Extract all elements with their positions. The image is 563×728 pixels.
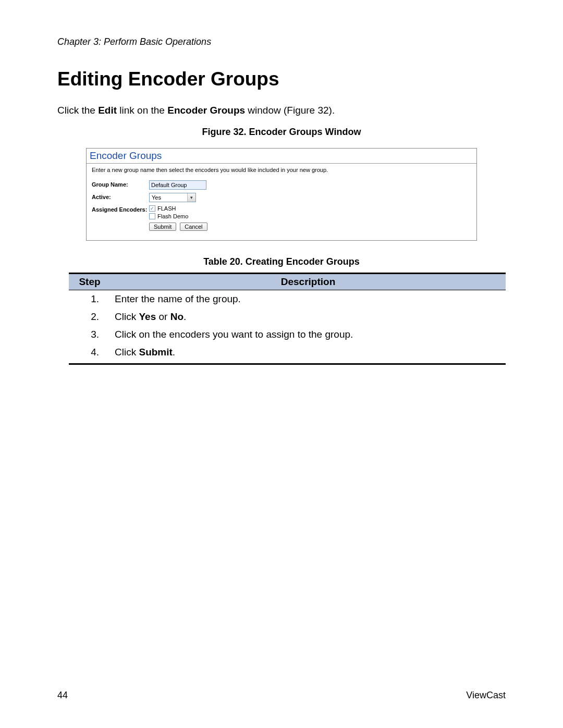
encoder-checkbox-flash-demo[interactable]	[149, 213, 155, 219]
page-number: 44	[57, 690, 68, 701]
desc-text: Enter the name of the group.	[115, 293, 241, 304]
step-desc: Click on the encoders you want to assign…	[111, 326, 506, 343]
figure-caption: Figure 32. Encoder Groups Window	[57, 127, 506, 138]
page-title: Editing Encoder Groups	[57, 68, 506, 90]
steps-table: Step Description 1. Enter the name of th…	[69, 273, 506, 365]
step-desc: Click Submit.	[111, 343, 506, 364]
intro-bold-edit: Edit	[98, 105, 117, 116]
table-caption: Table 20. Creating Encoder Groups	[57, 256, 506, 267]
chapter-header: Chapter 3: Perform Basic Operations	[57, 36, 506, 47]
step-desc: Enter the name of the group.	[111, 290, 506, 309]
intro-text-post: window (Figure 32).	[245, 105, 335, 116]
table-row: 3. Click on the encoders you want to ass…	[69, 326, 506, 343]
desc-bold: No	[170, 311, 183, 322]
group-name-label: Group Name:	[92, 180, 149, 188]
intro-bold-groups: Encoder Groups	[167, 105, 245, 116]
desc-text: .	[173, 347, 175, 357]
step-desc: Click Yes or No.	[111, 308, 506, 326]
desc-text: Click	[115, 311, 139, 322]
step-number: 2.	[69, 308, 111, 326]
table-header-step: Step	[69, 274, 111, 290]
active-select-value: Yes	[150, 194, 187, 201]
encoder-label: FLASH	[157, 205, 176, 212]
footer-brand: ViewCast	[466, 690, 506, 701]
screenshot-title: Encoder Groups	[87, 149, 476, 164]
table-row: 1. Enter the name of the group.	[69, 290, 506, 309]
encoder-checkbox-flash[interactable]	[149, 205, 155, 212]
cancel-button[interactable]: Cancel	[180, 223, 207, 231]
chevron-down-icon: ▾	[187, 193, 195, 202]
intro-paragraph: Click the Edit link on the Encoder Group…	[57, 105, 506, 116]
screenshot-instruction: Enter a new group name then select the e…	[92, 167, 471, 173]
active-select[interactable]: Yes ▾	[149, 193, 196, 202]
desc-text: .	[183, 311, 186, 322]
screenshot-figure: Encoder Groups Enter a new group name th…	[86, 148, 477, 241]
desc-text: Click on the encoders you want to assign…	[115, 329, 353, 340]
table-row: 2. Click Yes or No.	[69, 308, 506, 326]
desc-text: or	[156, 311, 170, 322]
group-name-input[interactable]	[149, 180, 206, 190]
submit-button[interactable]: Submit	[149, 223, 176, 231]
table-row: 4. Click Submit.	[69, 343, 506, 364]
desc-bold: Yes	[139, 311, 156, 322]
table-header-desc: Description	[111, 274, 506, 290]
step-number: 4.	[69, 343, 111, 364]
intro-text: Click the	[57, 105, 98, 116]
desc-text: Click	[115, 347, 139, 357]
step-number: 3.	[69, 326, 111, 343]
assigned-encoders-label: Assigned Encoders:	[92, 205, 149, 213]
active-label: Active:	[92, 193, 149, 200]
step-number: 1.	[69, 290, 111, 309]
encoder-label: Flash Demo	[157, 213, 188, 219]
desc-bold: Submit	[139, 347, 172, 357]
intro-text-mid: link on the	[117, 105, 167, 116]
